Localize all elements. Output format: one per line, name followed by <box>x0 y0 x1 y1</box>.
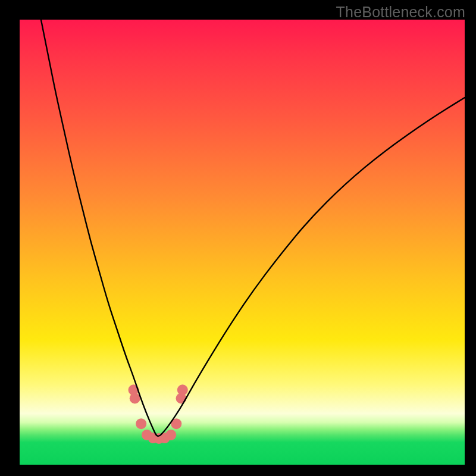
plot-area <box>20 20 465 465</box>
highlight-dot <box>165 430 176 440</box>
highlight-dot <box>136 418 146 429</box>
outer-frame: TheBottleneck.com <box>0 0 476 476</box>
chart-svg <box>20 20 465 465</box>
bottleneck-curve <box>37 2 465 436</box>
marker-group <box>129 384 188 444</box>
watermark-text: TheBottleneck.com <box>336 4 465 21</box>
highlight-dot <box>177 384 188 395</box>
highlight-dot <box>130 393 140 404</box>
